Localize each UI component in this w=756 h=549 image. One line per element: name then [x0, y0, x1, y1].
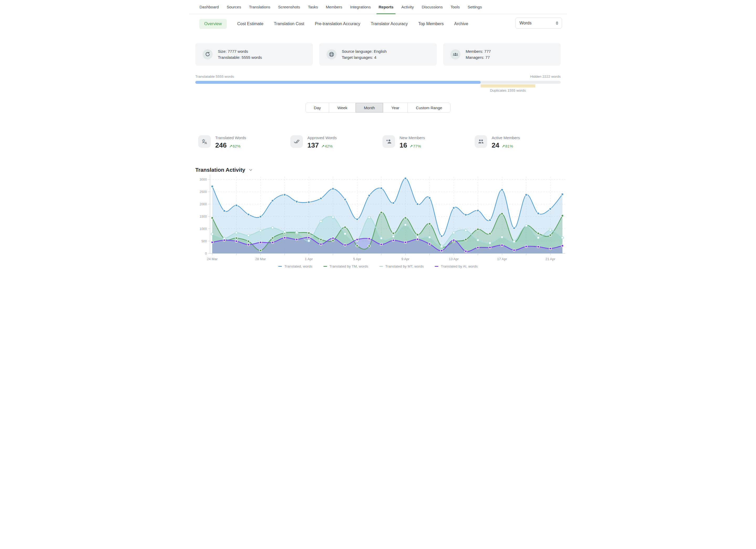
svg-text:3000: 3000: [199, 178, 207, 181]
range-year-button[interactable]: Year: [383, 103, 407, 112]
chart-title: Translation Activity: [195, 167, 245, 173]
legend-swatch: [278, 266, 282, 267]
range-week-button[interactable]: Week: [329, 103, 355, 112]
unit-select[interactable]: Words: [515, 18, 562, 29]
nav-item-activity[interactable]: Activity: [401, 0, 414, 14]
tab-top-members[interactable]: Top Members: [418, 22, 444, 26]
top-navigation: Dashboard Sources Translations Screensho…: [189, 0, 567, 14]
nav-item-tasks[interactable]: Tasks: [307, 0, 318, 14]
stat-trend: ↗62%: [229, 144, 240, 149]
svg-text:2500: 2500: [199, 190, 207, 194]
hidden-words-label: Hidden 2222 words: [530, 75, 561, 79]
nav-item-tools[interactable]: Tools: [450, 0, 460, 14]
stat-label: New Members: [400, 135, 425, 140]
translation-activity-chart: 05001000150020002500300024 Mar28 Mar1 Ap…: [189, 173, 567, 263]
double-check-icon: [290, 135, 303, 148]
unit-select-value: Words: [519, 21, 532, 25]
legend-swatch: [323, 266, 327, 267]
svg-text:13 Apr: 13 Apr: [449, 257, 459, 261]
stat-new-members: New Members 16 ↗77%: [382, 135, 475, 149]
svg-text:5 Apr: 5 Apr: [353, 257, 361, 261]
nav-item-members[interactable]: Members: [325, 0, 343, 14]
chevron-down-icon[interactable]: [248, 168, 253, 172]
svg-text:28 Mar: 28 Mar: [255, 257, 266, 261]
tab-cost-estimate[interactable]: Cost Estimate: [237, 22, 264, 26]
trend-up-icon: ↗: [502, 144, 505, 148]
tab-overview[interactable]: Overview: [199, 19, 227, 29]
svg-text:500: 500: [201, 239, 207, 243]
trend-up-icon: ↗: [229, 144, 232, 148]
stat-label: Translated Words: [215, 135, 246, 140]
stats-row: A Translated Words 246 ↗62% Approved Wor…: [198, 135, 567, 149]
tab-translation-cost[interactable]: Translation Cost: [274, 22, 304, 26]
nav-item-translations[interactable]: Translations: [248, 0, 271, 14]
stat-value: 137: [307, 141, 319, 149]
tab-archive[interactable]: Archive: [454, 22, 468, 26]
words-progress-section: Translatable 5555 words Hidden 2222 word…: [195, 75, 561, 88]
nav-item-discussions[interactable]: Discussions: [421, 0, 443, 14]
words-progress-bar: [195, 81, 561, 84]
legend-translated-by-ai[interactable]: Translated by AI, words: [435, 264, 478, 268]
person-add-icon: [382, 135, 395, 148]
stat-translated-words: A Translated Words 246 ↗62%: [198, 135, 290, 149]
card-managers-line: Managers: 77: [466, 54, 491, 60]
svg-text:1500: 1500: [199, 215, 207, 218]
nav-item-dashboard[interactable]: Dashboard: [199, 0, 219, 14]
legend-translated-by-mt[interactable]: Translated by MT, words: [379, 264, 424, 268]
card-size-line: Size: 7777 words: [218, 48, 262, 54]
duplicates-bar: [481, 84, 535, 87]
svg-text:1000: 1000: [199, 227, 207, 231]
card-members-line: Members: 777: [466, 48, 491, 54]
svg-text:17 Apr: 17 Apr: [497, 257, 507, 261]
nav-item-settings[interactable]: Settings: [467, 0, 482, 14]
chart-legend: Translated, words Translated by TM, word…: [189, 264, 567, 268]
nav-item-reports[interactable]: Reports: [378, 0, 394, 14]
legend-swatch: [435, 266, 438, 267]
svg-text:24 Mar: 24 Mar: [207, 257, 218, 261]
stat-value: 246: [215, 141, 227, 149]
legend-swatch: [379, 266, 383, 267]
tab-pre-translation-accuracy[interactable]: Pre-translation Accuracy: [315, 22, 360, 26]
range-month-button[interactable]: Month: [355, 103, 383, 112]
stat-label: Approved Words: [307, 135, 337, 140]
stat-label: Active Members: [492, 135, 520, 140]
range-custom-button[interactable]: Custom Range: [407, 103, 450, 112]
stat-value: 16: [400, 141, 407, 149]
translate-icon: A: [198, 135, 211, 148]
stat-trend: ↗77%: [409, 144, 421, 149]
nav-item-screenshots[interactable]: Screenshots: [278, 0, 301, 14]
trend-up-icon: ↗: [409, 144, 413, 148]
people-icon: [475, 135, 487, 148]
stat-approved-words: Approved Words 137 ↗42%: [290, 135, 382, 149]
select-updown-icon: [556, 21, 558, 25]
globe-icon: [327, 49, 337, 59]
card-members: Members: 777 Managers: 77: [443, 43, 561, 66]
tab-translator-accuracy[interactable]: Translator Accuracy: [371, 22, 408, 26]
stat-trend: ↗81%: [502, 144, 513, 149]
legend-translated-by-tm[interactable]: Translated by TM, words: [323, 264, 368, 268]
card-project-size: Size: 7777 words Translatable: 5555 word…: [195, 43, 313, 66]
stat-value: 24: [492, 141, 499, 149]
sync-icon: [203, 49, 213, 59]
legend-translated[interactable]: Translated, words: [278, 264, 312, 268]
svg-text:1 Apr: 1 Apr: [305, 257, 313, 261]
range-day-button[interactable]: Day: [306, 103, 329, 112]
trend-up-icon: ↗: [321, 144, 324, 148]
duplicates-label: Duplicates 1555 words: [481, 88, 535, 92]
svg-text:21 Apr: 21 Apr: [545, 257, 555, 261]
nav-item-sources[interactable]: Sources: [226, 0, 241, 14]
svg-text:A: A: [205, 141, 207, 145]
nav-item-integrations[interactable]: Integrations: [350, 0, 371, 14]
members-icon: [450, 49, 460, 59]
card-target-languages-line: Target languages: 4: [342, 54, 387, 60]
stat-trend: ↗42%: [321, 144, 333, 149]
svg-text:9 Apr: 9 Apr: [401, 257, 409, 261]
card-translatable-line: Translatable: 5555 words: [218, 54, 262, 60]
report-tabs: Overview Cost Estimate Translation Cost …: [189, 14, 567, 34]
stat-active-members: Active Members 24 ↗81%: [475, 135, 567, 149]
card-languages: Source language: English Target language…: [319, 43, 437, 66]
translatable-words-label: Translatable 5555 words: [195, 75, 234, 79]
translatable-bar-fill: [195, 81, 481, 84]
svg-text:0: 0: [205, 252, 207, 255]
date-range-toggle: Day Week Month Year Custom Range: [306, 103, 451, 113]
